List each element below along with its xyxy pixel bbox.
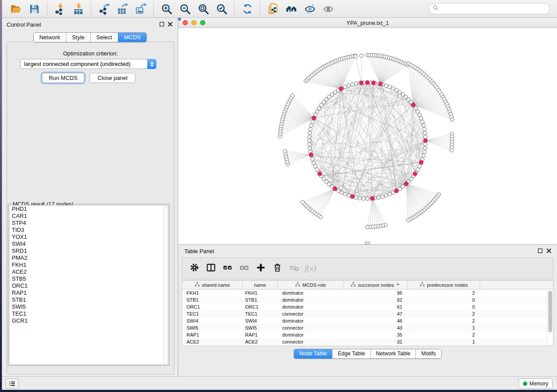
mcds-result-item[interactable]: GCR1 <box>10 317 168 324</box>
node-table: shared namenameMCDS rolesuccessor nodesp… <box>182 280 554 346</box>
task-history-button[interactable] <box>6 378 19 389</box>
column-header-shared-name[interactable]: shared name <box>182 281 242 289</box>
zoom-selected-icon <box>216 3 228 15</box>
mcds-result-box: MCDS result (17 nodes) PHD1CAR1STP4TID3Y… <box>8 204 170 366</box>
table-row[interactable]: RAP1RAP1dominator352 <box>182 331 547 338</box>
table-cell: ORC1 <box>242 304 278 309</box>
tab-mcds[interactable]: MCDS <box>118 33 146 42</box>
split-panes-button[interactable] <box>204 261 218 276</box>
show-graphics-details-button[interactable] <box>301 1 319 16</box>
horizontal-splitter-handle[interactable] <box>365 241 370 244</box>
table-row[interactable]: ACE2ACE2connector311 <box>182 338 547 345</box>
export-image-button[interactable] <box>131 1 150 16</box>
table-scrollbar[interactable] <box>547 289 553 346</box>
run-mcds-button[interactable]: Run MCDS <box>42 73 84 83</box>
mcds-result-item[interactable]: PMA2 <box>10 254 168 261</box>
hide-graphics-details-button[interactable] <box>319 1 337 16</box>
column-header-name[interactable]: name <box>242 281 278 289</box>
mcds-result-item[interactable]: SWI4 <box>10 241 168 248</box>
zoom-selected-button[interactable] <box>212 1 231 16</box>
mcds-result-item[interactable]: ORC1 <box>10 282 168 289</box>
mcds-result-item[interactable]: CAR1 <box>10 213 168 220</box>
mcds-result-item[interactable]: STB5 <box>10 275 168 282</box>
delete-column-button[interactable] <box>270 261 284 276</box>
network-graph[interactable] <box>178 28 557 244</box>
export-network-button[interactable] <box>95 1 113 16</box>
mcds-result-item[interactable]: TEC1 <box>10 310 168 317</box>
table-cell: connector <box>278 325 343 330</box>
float-table-panel-icon[interactable] <box>537 248 543 254</box>
close-panel-icon[interactable] <box>167 21 173 27</box>
save-session-button[interactable] <box>25 1 43 16</box>
import-network-button[interactable] <box>51 1 69 16</box>
search-icon <box>432 5 439 13</box>
mcds-result-item[interactable]: SWI5 <box>10 303 168 310</box>
status-bar: Memory <box>2 376 557 390</box>
mcds-result-item[interactable]: SRD1 <box>10 248 168 254</box>
table-cell: TEC1 <box>182 311 242 316</box>
show-columns-button[interactable] <box>221 261 234 276</box>
refresh-layout-button[interactable] <box>238 1 256 16</box>
table-cell: connector <box>278 339 343 344</box>
export-network-icon <box>98 3 110 15</box>
mcds-result-item[interactable]: ACE2 <box>10 268 168 275</box>
tab-style[interactable]: Style <box>66 33 90 42</box>
table-tab-bar: Node TableEdge TableNetwork TableMotifs <box>178 349 557 359</box>
add-column-button[interactable] <box>254 261 267 276</box>
network-view[interactable] <box>178 28 557 244</box>
tab-network[interactable]: Network <box>34 33 66 42</box>
float-panel-icon[interactable] <box>159 21 165 27</box>
open-file-button[interactable] <box>7 1 25 16</box>
memory-button[interactable]: Memory <box>519 378 553 389</box>
mcds-result-item[interactable]: STB1 <box>10 296 168 303</box>
tab-network-table[interactable]: Network Table <box>370 349 416 358</box>
zoom-out-button[interactable] <box>176 1 194 16</box>
table-row[interactable]: FKH1FKH1dominator962 <box>182 289 547 296</box>
export-image-icon <box>135 3 147 15</box>
close-panel-button[interactable]: Close panel <box>90 73 135 83</box>
table-row[interactable]: YOX1YOX1connector291 <box>182 345 547 346</box>
table-settings-button[interactable] <box>187 261 201 276</box>
table-row[interactable]: SWI5SWI5connector431 <box>182 324 547 331</box>
mcds-result-item[interactable]: YOX1 <box>10 234 168 241</box>
table-scrollbar-thumb[interactable] <box>548 291 552 332</box>
column-header-predecessor-nodes[interactable]: predecessor nodes <box>408 281 480 289</box>
table-cell: 0 <box>408 297 480 303</box>
export-table-button[interactable] <box>113 1 131 16</box>
table-row[interactable]: SWI4SWI4dominator462 <box>182 317 547 324</box>
new-network-from-selection-button[interactable] <box>264 1 282 16</box>
zoom-fit-icon <box>197 3 209 15</box>
mcds-result-item[interactable]: STP4 <box>10 220 168 227</box>
import-table-button[interactable] <box>69 1 87 16</box>
hide-columns-button[interactable] <box>237 261 251 276</box>
table-cell: 31 <box>343 339 408 344</box>
toolbar-separator <box>260 2 260 15</box>
mcds-result-item[interactable]: TID3 <box>10 227 168 234</box>
tab-motifs[interactable]: Motifs <box>415 349 441 358</box>
optimization-criterion-select[interactable]: largest connected component (undirected) <box>20 59 156 69</box>
network-window: YPA_prune.txt_1 <box>178 18 557 244</box>
tab-select[interactable]: Select <box>90 33 118 42</box>
zoom-in-button[interactable] <box>157 1 176 16</box>
table-row[interactable]: STB1STB1dominator620 <box>182 296 547 303</box>
dropdown-stepper-icon <box>147 59 156 69</box>
table-row[interactable]: TEC1TEC1connector472 <box>182 310 547 317</box>
table-cell: 2 <box>408 290 480 296</box>
tab-edge-table[interactable]: Edge Table <box>332 349 370 358</box>
table-cell: connector <box>278 311 343 316</box>
first-neighbors-button[interactable] <box>282 1 301 16</box>
delete-column-icon <box>272 262 283 275</box>
mcds-result-item[interactable]: PHD1 <box>10 206 168 213</box>
search-input[interactable] <box>441 4 546 13</box>
tab-node-table[interactable]: Node Table <box>294 349 332 358</box>
table-cell: SWI5 <box>182 325 242 330</box>
mcds-result-item[interactable]: FKH1 <box>10 261 168 268</box>
table-row[interactable]: ORC1ORC1dominator610 <box>182 303 547 310</box>
mcds-result-scrollbar[interactable] <box>163 206 168 364</box>
column-header-mcds-role[interactable]: MCDS role <box>278 281 343 289</box>
zoom-fit-button[interactable] <box>194 1 212 16</box>
mcds-result-item[interactable]: RAP1 <box>10 289 168 296</box>
close-table-panel-icon[interactable] <box>546 248 552 254</box>
table-cell: 1 <box>408 325 480 330</box>
column-header-successor-nodes[interactable]: successor nodes <box>343 281 408 289</box>
